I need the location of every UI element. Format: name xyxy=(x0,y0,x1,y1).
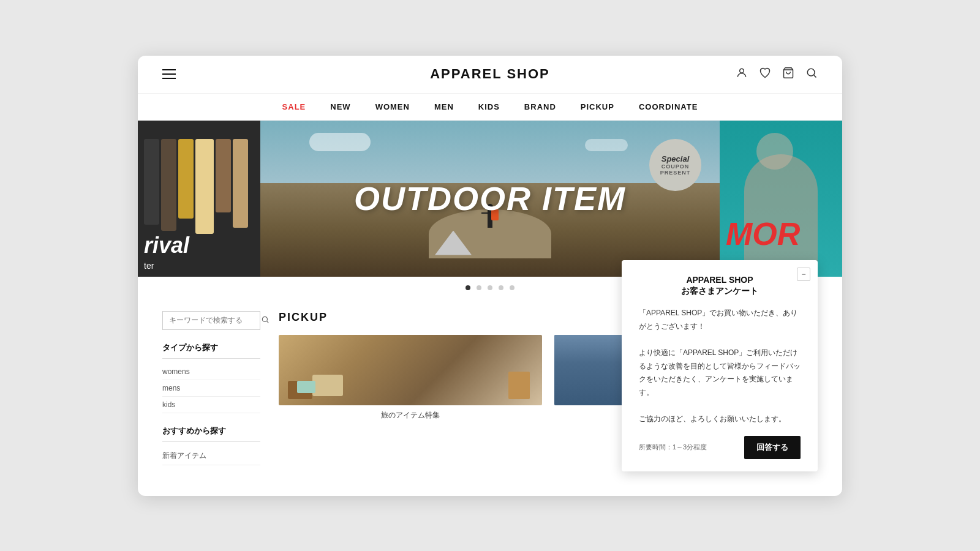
sidebar-item-womens[interactable]: womens xyxy=(162,364,260,380)
main-content: タイプから探す womens mens kids おすすめから探す 新着アイテム… xyxy=(138,299,842,496)
survey-close-button[interactable]: − xyxy=(797,268,810,281)
sidebar-section-title-recommend: おすすめから探す xyxy=(162,425,260,442)
nav-item-kids[interactable]: KIDS xyxy=(478,102,500,111)
pickup-label-1: 旅のアイテム特集 xyxy=(279,410,542,421)
user-icon[interactable] xyxy=(736,67,748,82)
svg-point-4 xyxy=(262,317,267,321)
nav-item-coordinate[interactable]: COORDINATE xyxy=(639,102,698,111)
hero-right-text: MOR xyxy=(726,216,800,252)
svg-line-3 xyxy=(814,75,816,77)
hero-left-subtext: ter xyxy=(144,261,154,271)
survey-body-2: より快適に「APPAREL SHOP」ご利用いただけるような改善を目的として皆様… xyxy=(639,347,801,399)
survey-body-1: 「APPAREL SHOP」でお買い物いただき、ありがとうございます！ xyxy=(639,307,801,333)
survey-footer: 所要時間：1～3分程度 回答する xyxy=(639,436,801,459)
sidebar-item-mens[interactable]: mens xyxy=(162,380,260,397)
hamburger-menu[interactable] xyxy=(162,69,176,79)
nav-item-men[interactable]: MEN xyxy=(434,102,454,111)
survey-time: 所要時間：1～3分程度 xyxy=(639,443,707,452)
survey-title: お客さまアンケート xyxy=(639,286,801,297)
nav-item-brand[interactable]: BRAND xyxy=(524,102,556,111)
sidebar-section-recommend: おすすめから探す 新着アイテム xyxy=(162,425,260,465)
survey-submit-button[interactable]: 回答する xyxy=(744,436,801,459)
hero-left-text: rival xyxy=(144,233,189,258)
nav-item-new[interactable]: NEW xyxy=(330,102,350,111)
hero-right-panel[interactable]: MOR xyxy=(720,121,842,277)
dot-5[interactable] xyxy=(510,285,514,290)
coupon-line1: COUPON xyxy=(662,163,690,170)
coupon-badge: Special COUPON PRESENT xyxy=(649,139,701,191)
browser-window: APPAREL SHOP xyxy=(138,56,842,496)
main-nav: SALE NEW WOMEN MEN KIDS BRAND PICKUP COO… xyxy=(138,94,842,121)
hero-center-panel[interactable]: Special COUPON PRESENT OUTDOOR ITEM xyxy=(260,121,720,277)
cart-icon[interactable] xyxy=(782,67,794,82)
coupon-special: Special xyxy=(662,154,690,163)
survey-shop-name: APPAREL SHOP xyxy=(639,275,801,285)
heart-icon[interactable] xyxy=(759,67,771,82)
survey-popup: − APPAREL SHOP お客さまアンケート 「APPAREL SHOP」で… xyxy=(622,260,818,471)
nav-item-pickup[interactable]: PICKUP xyxy=(581,102,614,111)
sidebar-section-title-type: タイプから探す xyxy=(162,342,260,359)
hero-center-text: OUTDOOR ITEM xyxy=(354,179,626,217)
nav-item-sale[interactable]: SALE xyxy=(282,102,306,111)
sidebar-item-kids[interactable]: kids xyxy=(162,397,260,413)
search-box[interactable] xyxy=(162,311,260,330)
sidebar: タイプから探す womens mens kids おすすめから探す 新着アイテム xyxy=(162,311,260,478)
coupon-line2: PRESENT xyxy=(660,170,691,176)
search-input[interactable] xyxy=(169,316,261,324)
svg-point-2 xyxy=(807,69,815,76)
dot-2[interactable] xyxy=(477,285,481,290)
nav-item-women[interactable]: WOMEN xyxy=(375,102,410,111)
survey-body-3: ご協力のほど、よろしくお願いいたします。 xyxy=(639,413,801,426)
hero-banner: rival ter Special xyxy=(138,121,842,277)
hero-left-panel[interactable]: rival ter xyxy=(138,121,260,277)
search-icon[interactable] xyxy=(261,315,270,326)
svg-line-5 xyxy=(267,321,269,323)
sidebar-item-new[interactable]: 新着アイテム xyxy=(162,447,260,465)
dot-3[interactable] xyxy=(488,285,492,290)
site-logo: APPAREL SHOP xyxy=(430,66,550,82)
dot-4[interactable] xyxy=(499,285,503,290)
header-icons xyxy=(736,67,818,82)
sidebar-section-type: タイプから探す womens mens kids xyxy=(162,342,260,413)
dot-1[interactable] xyxy=(466,285,470,290)
search-header-icon[interactable] xyxy=(805,67,818,82)
pickup-thumb-1 xyxy=(279,335,542,405)
pickup-item-1[interactable]: 旅のアイテム特集 xyxy=(279,335,542,421)
header: APPAREL SHOP xyxy=(138,56,842,94)
svg-point-0 xyxy=(740,69,744,73)
survey-body: 「APPAREL SHOP」でお買い物いただき、ありがとうございます！ より快適… xyxy=(639,307,801,425)
